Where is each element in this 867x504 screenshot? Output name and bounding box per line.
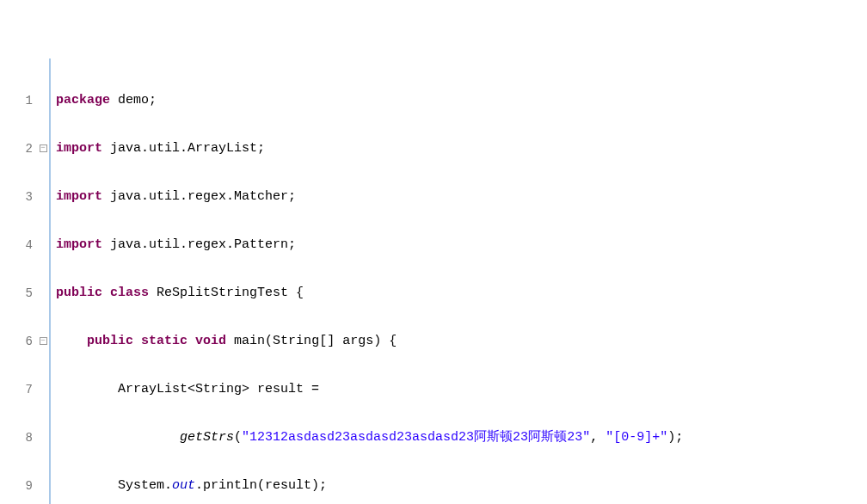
keyword: public: [56, 286, 102, 300]
keyword: static: [141, 334, 188, 348]
fold-cell: [37, 236, 49, 255]
fold-cell: [37, 428, 49, 447]
line-number[interactable]: 6: [3, 332, 34, 351]
code-line[interactable]: ArrayList<String> result =: [56, 380, 867, 399]
string-literal: "12312asdasd23asdasd23asdasd23阿斯顿23阿斯顿23…: [242, 430, 590, 445]
code-text: [133, 334, 141, 348]
indent: [56, 334, 87, 348]
string-literal: "[0-9]+": [606, 430, 667, 445]
code-line[interactable]: import java.util.regex.Matcher;: [56, 187, 867, 206]
code-text: (: [234, 430, 242, 445]
code-text: ReSplitStringTest {: [149, 286, 304, 300]
fold-minus-icon: −: [40, 337, 47, 345]
line-number-gutter: 1 2 3 4 5 6 7 8 9 10 11 12 13 14 15 16 1…: [0, 58, 37, 504]
code-text: );: [667, 430, 683, 445]
code-editor: 1 2 3 4 5 6 7 8 9 10 11 12 13 14 15 16 1…: [0, 58, 867, 504]
code-text: java.util.ArrayList;: [102, 141, 265, 156]
keyword: import: [56, 237, 102, 252]
code-area[interactable]: package demo; import java.util.ArrayList…: [49, 58, 867, 504]
code-line[interactable]: public static void main(String[] args) {: [56, 332, 867, 351]
fold-cell: [37, 284, 49, 303]
code-text: System.: [118, 478, 172, 493]
code-line[interactable]: import java.util.ArrayList;: [56, 139, 867, 158]
line-number[interactable]: 9: [3, 476, 34, 495]
line-number[interactable]: 5: [3, 284, 34, 303]
code-line[interactable]: getStrs("12312asdasd23asdasd23asdasd23阿斯…: [56, 428, 867, 447]
fold-cell: [37, 91, 49, 110]
indent: [56, 382, 118, 396]
keyword: import: [56, 189, 102, 204]
keyword: import: [56, 141, 102, 156]
method-call: getStrs: [180, 430, 234, 445]
code-text: ArrayList<String> result =: [118, 382, 319, 396]
code-text: [102, 286, 110, 300]
code-line[interactable]: System.out.println(result);: [56, 476, 867, 495]
code-text: .println(result);: [195, 478, 327, 493]
fold-cell: [37, 187, 49, 206]
keyword: package: [56, 93, 110, 108]
code-text: main(String[] args) {: [226, 334, 397, 348]
keyword: void: [195, 334, 226, 348]
code-line[interactable]: package demo;: [56, 91, 867, 110]
fold-toggle[interactable]: −: [37, 139, 49, 158]
code-line[interactable]: import java.util.regex.Pattern;: [56, 236, 867, 255]
indent: [56, 430, 180, 445]
fold-gutter: − − − −: [37, 58, 49, 504]
line-number[interactable]: 8: [3, 428, 34, 447]
code-text: [188, 334, 195, 348]
code-text: java.util.regex.Pattern;: [102, 237, 296, 252]
line-number[interactable]: 4: [3, 236, 34, 255]
line-number[interactable]: 1: [3, 91, 34, 110]
keyword: class: [110, 286, 149, 300]
static-field: out: [172, 478, 195, 493]
keyword: public: [87, 334, 133, 348]
fold-toggle[interactable]: −: [37, 332, 49, 351]
code-text: demo;: [110, 93, 157, 108]
code-line[interactable]: public class ReSplitStringTest {: [56, 284, 867, 303]
line-number[interactable]: 3: [3, 187, 34, 206]
code-text: ,: [590, 430, 606, 445]
fold-cell: [37, 380, 49, 399]
fold-cell: [37, 476, 49, 495]
fold-minus-icon: −: [40, 144, 47, 152]
line-number[interactable]: 2: [3, 139, 34, 158]
indent: [56, 478, 118, 493]
code-text: java.util.regex.Matcher;: [102, 189, 296, 204]
line-number[interactable]: 7: [3, 380, 34, 399]
